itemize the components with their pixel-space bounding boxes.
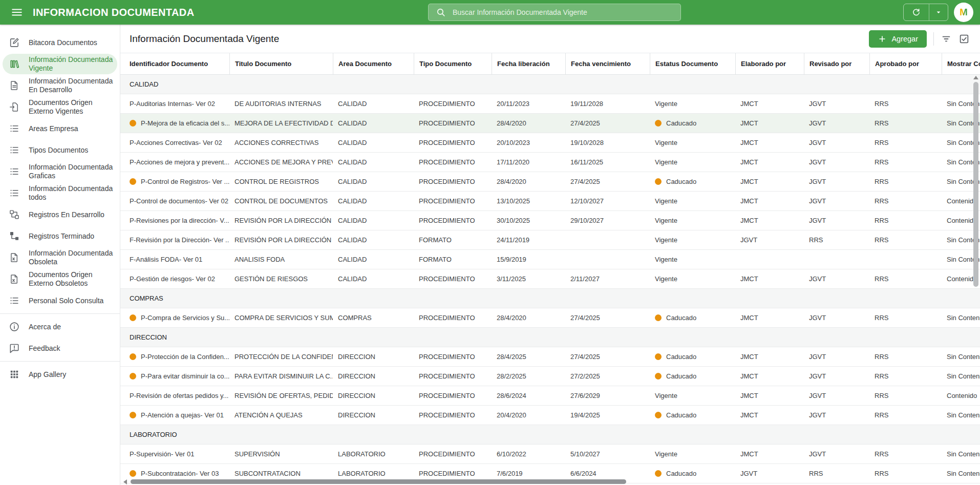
cell: ATENCIÓN A QUEJAS: [229, 406, 333, 425]
sidebar-item-label: Documentos Origen Externo Vigentes: [29, 98, 120, 116]
sidebar-item-bitacora-documentos[interactable]: Bitacora Documentos: [0, 32, 120, 53]
add-button[interactable]: Agregar: [869, 30, 927, 48]
scroll-left-arrow-icon[interactable]: [123, 479, 127, 484]
cell: CALIDAD: [333, 192, 414, 210]
column-header-revisado-por[interactable]: Revisado por: [804, 53, 869, 74]
cell: 2/11/2027: [565, 269, 650, 288]
scroll-up-arrow-icon[interactable]: [973, 76, 978, 79]
sidebar-item-registros-en-desarrollo[interactable]: Registros En Desarrollo: [0, 204, 120, 225]
sidebar-item-informacion-documentada-en-desarrollo[interactable]: Información Documentada En Desarrollo: [0, 75, 120, 96]
column-header-identificador-documento[interactable]: Identificador Documento: [120, 53, 229, 74]
cell: JMCT: [735, 172, 804, 191]
cell: 28/2/2025: [492, 367, 565, 386]
cell: PROCEDIMIENTO: [414, 308, 492, 327]
table-row[interactable]: P-Atención a quejas- Ver 01ATENCIÓN A QU…: [120, 406, 980, 425]
cell: RRS: [869, 192, 942, 210]
status-dot-icon: [130, 314, 136, 321]
table-row[interactable]: P-Revisión de ofertas pedidos y...REVISI…: [120, 386, 980, 406]
cell: 28/4/2025: [492, 347, 565, 366]
cell: JMCT: [735, 406, 804, 425]
table-row[interactable]: P-Acciones de mejora y prevent...ACCIONE…: [120, 153, 980, 172]
column-header-titulo-documento[interactable]: Titulo Documento: [229, 53, 333, 74]
cell: 28/4/2020: [492, 308, 565, 327]
table-row[interactable]: P-Auditorias Internas- Ver 02DE AUDITORI…: [120, 94, 980, 114]
column-header-fecha-vencimiento[interactable]: Fecha vencimiento: [565, 53, 650, 74]
cell: P-Control de documentos- Ver 02: [120, 192, 229, 210]
table-body: CALIDADP-Auditorias Internas- Ver 02DE A…: [120, 75, 980, 483]
cell: Vigente: [650, 250, 735, 269]
doc-x-icon: [0, 273, 29, 285]
menu-icon[interactable]: [6, 2, 28, 23]
table-row[interactable]: P-Revisiones por la dirección- V...REVIS…: [120, 211, 980, 230]
column-header-mostrar-contenido[interactable]: Mostrar Contenido: [942, 53, 980, 74]
cell: P-Revisiones por la dirección- V...: [120, 211, 229, 230]
cell: [565, 250, 650, 269]
sync-icon[interactable]: [904, 4, 929, 20]
cell: 27/2/2025: [565, 367, 650, 386]
cell: 28/4/2020: [492, 114, 565, 133]
column-header-area-documento[interactable]: Area Documento: [333, 53, 414, 74]
group-label: COMPRAS: [120, 294, 163, 302]
sidebar-item-tipos-documentos[interactable]: Tipos Documentos: [0, 139, 120, 161]
search-input[interactable]: [453, 8, 680, 16]
sidebar-item-feedback[interactable]: Feedback: [0, 338, 120, 359]
cell: JGVT: [735, 230, 804, 249]
table-row[interactable]: P-Protección de la Confiden...PROTECCIÓN…: [120, 347, 980, 367]
cell: REVISIÓN POR LA DIRECCIÓN: [229, 211, 333, 230]
sidebar-item-documentos-origen-externo-obsoletos[interactable]: Documentos Origen Externo Obsoletos: [0, 268, 120, 290]
cell: RRS: [869, 133, 942, 152]
sidebar-item-areas-empresa[interactable]: Areas Empresa: [0, 118, 120, 139]
sidebar-item-informacion-documentada-obsoleta[interactable]: Información Documentada Obsoleta: [0, 247, 120, 268]
sidebar-item-documentos-origen-externo-vigentes[interactable]: Documentos Origen Externo Vigentes: [0, 96, 120, 118]
cell: DIRECCION: [333, 386, 414, 405]
sidebar-item-informacion-documentada-todos[interactable]: Información Documentada todos: [0, 182, 120, 204]
cell: JMCT: [735, 308, 804, 327]
table-row[interactable]: F-Análisis FODA- Ver 01ANALISIS FODACALI…: [120, 250, 980, 269]
horizontal-scrollbar[interactable]: [120, 479, 970, 484]
column-header-aprobado-por[interactable]: Aprobado por: [869, 53, 942, 74]
cell: CALIDAD: [333, 172, 414, 191]
avatar[interactable]: M: [954, 3, 973, 22]
column-header-fecha-liberacion[interactable]: Fecha liberación: [492, 53, 565, 74]
sidebar-item-informacion-documentada-vigente[interactable]: Información Documentada Vigente: [0, 53, 120, 75]
status-dot-icon: [655, 373, 662, 379]
table-row[interactable]: P-Mejora de la eficacia del s...MEJORA D…: [120, 114, 980, 133]
vertical-scrollbar-thumb[interactable]: [973, 82, 978, 287]
cell: 5/10/2027: [565, 445, 650, 463]
table-row[interactable]: P-Gestión de riesgos- Ver 02GESTIÓN DE R…: [120, 269, 980, 289]
column-header-estatus-documento[interactable]: Estatus Documento: [650, 53, 735, 74]
group-header-row: COMPRAS: [120, 289, 980, 308]
select-checkbox-icon[interactable]: [958, 33, 970, 45]
cell: JGVT: [804, 347, 869, 366]
sidebar-item-acerca-de[interactable]: Acerca de: [0, 316, 120, 338]
filter-icon[interactable]: [941, 33, 952, 45]
cell: RRS: [869, 94, 942, 113]
doc-icon: [0, 80, 29, 91]
sidebar-item-informacion-documentada-graficas[interactable]: Información Documentada Graficas: [0, 161, 120, 182]
table-row[interactable]: P-Control de documentos- Ver 02CONTROL D…: [120, 192, 980, 211]
table-row[interactable]: P-Acciones Correctivas- Ver 02ACCIONES C…: [120, 133, 980, 153]
sidebar-item-app-gallery[interactable]: App Gallery: [0, 364, 120, 385]
cell: PROTECCIÓN DE LA CONFIDEN...: [229, 347, 333, 366]
cell: 13/10/2025: [492, 192, 565, 210]
horizontal-scrollbar-thumb[interactable]: [131, 479, 626, 484]
column-header-tipo-documento[interactable]: Tipo Documento: [414, 53, 492, 74]
table-row[interactable]: F-Revisión por la Dirección- Ver ...REVI…: [120, 230, 980, 250]
table-row[interactable]: P-Supervisión- Ver 01SUPERVISIÓNLABORATO…: [120, 445, 980, 464]
table-row[interactable]: P-Para evitar disminuir la co...PARA EVI…: [120, 367, 980, 386]
status-dot-icon: [655, 120, 662, 126]
cell: 28/6/2024: [492, 386, 565, 405]
column-header-elaborado-por[interactable]: Elaborado por: [735, 53, 804, 74]
status-dot-icon: [655, 353, 662, 360]
sidebar-item-personal-solo-consulta[interactable]: Personal Solo Consulta: [0, 290, 120, 311]
table-row[interactable]: P-Control de Registros- Ver ...CONTROL D…: [120, 172, 980, 192]
cell: Vigente: [650, 445, 735, 463]
sidebar-item-registros-terminado[interactable]: Registros Terminado: [0, 225, 120, 247]
chevron-down-icon[interactable]: [929, 4, 948, 20]
sidebar-item-label: Información Documentada todos: [29, 184, 120, 202]
doc-x-icon: [0, 252, 29, 263]
vertical-scrollbar[interactable]: [972, 75, 979, 479]
table-row[interactable]: P-Compra de Servicios y Su...COMPRA DE S…: [120, 308, 980, 328]
cell: JGVT: [804, 153, 869, 172]
cell: RRS: [869, 172, 942, 191]
